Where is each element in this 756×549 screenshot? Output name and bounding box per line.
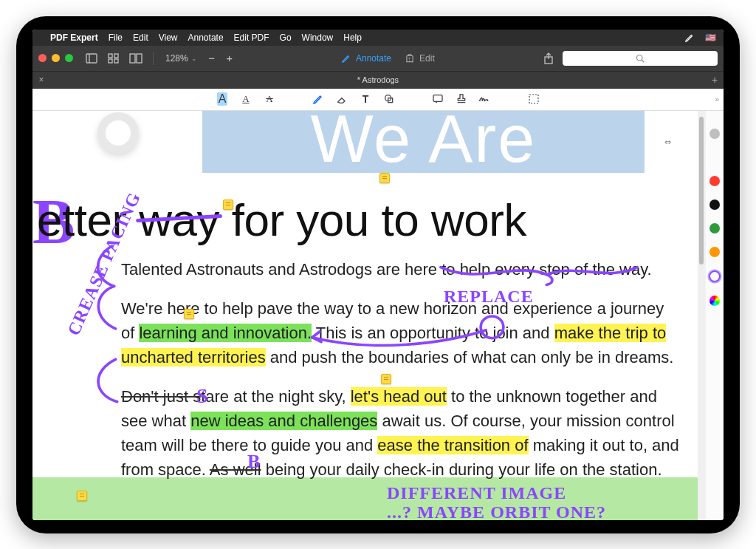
menubar: PDF Expert File Edit View Annotate Edit … [32, 30, 724, 46]
loading-indicator-icon [97, 112, 139, 154]
color-sidebar [706, 111, 724, 520]
search-input[interactable] [563, 51, 718, 66]
hand-annotation-b2: B [247, 451, 261, 473]
screen: PDF Expert File Edit View Annotate Edit … [32, 30, 724, 520]
sticky-note-4[interactable] [381, 374, 391, 384]
svg-line-11 [642, 60, 644, 62]
highlight-green-2: new ideas and challenges [190, 412, 377, 430]
sticky-note-3[interactable] [184, 309, 194, 319]
svg-rect-0 [86, 54, 97, 63]
mode-tabs: Annotate T Edit [341, 53, 435, 64]
strikethrough-tool-icon[interactable]: A [263, 92, 276, 106]
tab-strip: × * Astrodogs + [32, 71, 724, 89]
sidebar-toggle-icon[interactable] [83, 50, 100, 67]
menu-edit-pdf[interactable]: Edit PDF [234, 33, 269, 43]
sticky-note-tool-icon[interactable] [431, 92, 444, 106]
svg-rect-15 [529, 95, 538, 103]
color-picker-icon[interactable] [709, 296, 720, 306]
mode-tab-edit[interactable]: T Edit [405, 53, 435, 64]
mode-tab-edit-label: Edit [419, 53, 435, 64]
svg-rect-4 [109, 59, 112, 63]
tab-close-button[interactable]: × [32, 75, 50, 85]
svg-rect-6 [130, 54, 135, 63]
paragraph-2: We're here to help pave the way to a new… [121, 296, 680, 369]
text-tool-icon[interactable]: T [359, 92, 372, 106]
two-page-icon[interactable] [128, 50, 144, 67]
menu-file[interactable]: File [109, 33, 123, 43]
window-controls [38, 54, 73, 62]
svg-rect-5 [114, 59, 118, 63]
color-swatch-gray[interactable] [709, 129, 720, 139]
struck-word: way [139, 194, 219, 245]
stamp-tool-icon[interactable] [455, 92, 468, 106]
hand-annotation-different-image: DIFFERENT IMAGE ...? MAYBE ORBIT ONE? [387, 483, 606, 520]
svg-point-10 [637, 55, 643, 61]
signature-tool-icon[interactable] [478, 92, 492, 106]
paragraph-1: Talented Astronauts and Astrodogs are he… [121, 257, 680, 282]
document-area: We Are B etter way for you to work CREAS… [32, 111, 724, 520]
title-banner: We Are [202, 111, 645, 173]
drag-handle-icon[interactable]: ⇔ [664, 137, 671, 147]
menu-view[interactable]: View [159, 33, 178, 43]
color-swatch-red[interactable] [709, 176, 720, 186]
sticky-note-1[interactable] [379, 173, 390, 183]
hand-annotation-s: S [196, 384, 209, 408]
app-name[interactable]: PDF Expert [50, 33, 98, 43]
tablet-frame: PDF Expert File Edit View Annotate Edit … [16, 16, 740, 533]
document-title[interactable]: * Astrodogs [50, 75, 706, 84]
color-swatch-green[interactable] [709, 223, 720, 233]
svg-rect-3 [114, 54, 118, 58]
sticky-note-2[interactable] [223, 200, 233, 210]
svg-rect-14 [433, 95, 442, 102]
svg-text:T: T [408, 56, 411, 61]
expand-sidebar-icon[interactable]: » [715, 95, 719, 103]
underline-tool-icon[interactable]: A [239, 92, 252, 106]
vertical-scrollbar[interactable] [698, 111, 706, 520]
close-window-button[interactable] [38, 54, 47, 62]
pen-tool-icon[interactable] [312, 92, 325, 106]
body-text: Talented Astronauts and Astrodogs are he… [121, 257, 680, 497]
menu-annotate[interactable]: Annotate [188, 33, 224, 43]
highlight-tool-icon[interactable]: A [216, 92, 229, 106]
scrollbar-thumb[interactable] [699, 117, 704, 265]
new-tab-button[interactable]: + [706, 74, 724, 86]
mode-tab-annotate[interactable]: Annotate [341, 53, 391, 64]
zoom-level[interactable]: 128% ⌄ [165, 53, 197, 64]
share-icon[interactable] [540, 50, 557, 67]
eraser-tool-icon[interactable] [335, 92, 348, 106]
svg-rect-7 [137, 54, 142, 63]
color-swatch-black[interactable] [709, 200, 720, 210]
shape-tool-icon[interactable] [382, 92, 396, 106]
color-swatch-purple-selected[interactable] [709, 270, 721, 282]
highlight-green-1: learning and innovation. [139, 324, 312, 342]
selection-tool-icon[interactable] [527, 92, 540, 106]
minimize-window-button[interactable] [52, 54, 60, 62]
annotate-toolbar: A A A T [32, 89, 724, 111]
zoom-in-button[interactable]: + [224, 52, 236, 64]
strikethrough-1: Don't just s [121, 387, 201, 406]
color-swatch-orange[interactable] [709, 247, 720, 257]
menu-edit[interactable]: Edit [133, 33, 148, 43]
zoom-value: 128% [165, 53, 188, 64]
thumbnails-icon[interactable] [106, 50, 122, 67]
zoom-out-button[interactable]: − [206, 52, 218, 64]
flag-icon[interactable]: 🇺🇸 [705, 33, 716, 43]
highlight-yellow-2: let's head out [351, 387, 447, 406]
pdf-page[interactable]: We Are B etter way for you to work CREAS… [32, 111, 698, 520]
menu-window[interactable]: Window [302, 33, 334, 43]
maximize-window-button[interactable] [65, 54, 73, 62]
pencil-icon[interactable] [684, 33, 695, 43]
menu-go[interactable]: Go [280, 33, 292, 43]
svg-rect-2 [109, 54, 112, 58]
banner-text: We Are [311, 111, 536, 178]
highlight-yellow-3: ease the transition of [377, 436, 528, 454]
menu-help[interactable]: Help [343, 33, 362, 43]
mode-tab-annotate-label: Annotate [356, 53, 391, 64]
sticky-note-5[interactable] [77, 491, 87, 501]
search-icon [636, 54, 645, 63]
toolbar: 128% ⌄ − + Annotate T Edit [32, 46, 724, 71]
chevron-down-icon: ⌄ [191, 55, 197, 62]
